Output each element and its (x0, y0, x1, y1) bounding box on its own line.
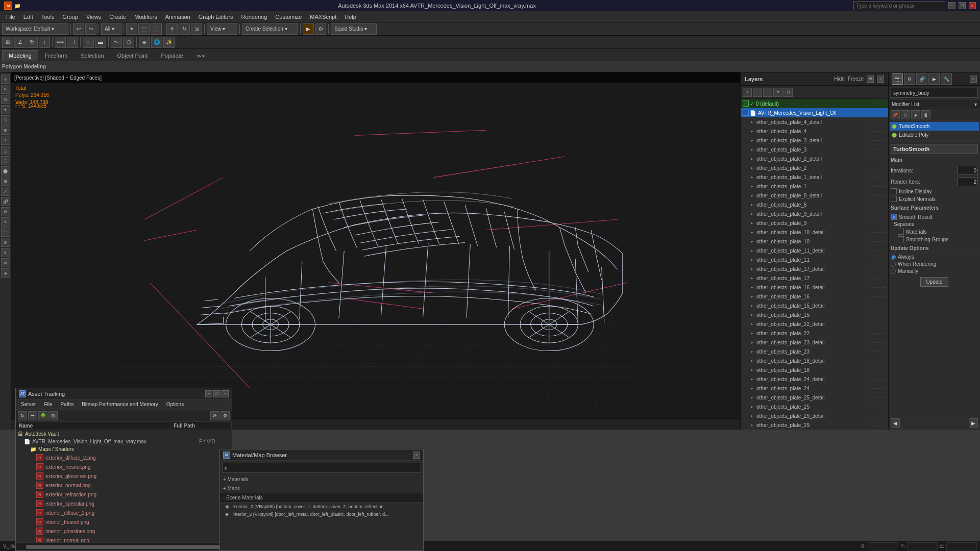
menu-item-help[interactable]: Help (340, 13, 360, 21)
list-item[interactable]: ▸ other_objects_plate_3_detail — — — (741, 136, 888, 145)
sidebar-icon-14[interactable]: ⚙ (1, 207, 10, 216)
sidebar-icon-2[interactable]: ↖ (1, 85, 10, 94)
sidebar-icon-7[interactable]: ⌖ (1, 136, 10, 145)
list-item[interactable]: ▸ other_objects_plate_10_detail — — — (741, 228, 888, 237)
sidebar-icon-16[interactable]: ⬚ (1, 228, 10, 237)
list-item[interactable]: ▸ other_objects_plate_23 — — — (741, 347, 888, 356)
asset-row-img7[interactable]: R interior_diffuse_2.png (16, 508, 232, 517)
modifier-turbosmooth[interactable]: TurboSmooth (890, 122, 979, 131)
menu-item-group[interactable]: Group (58, 13, 82, 21)
workspace-dropdown[interactable]: Workspace: Default ▾ (2, 23, 68, 35)
modifier-editable-poly[interactable]: Editable Poly (890, 131, 979, 139)
tab-freeform[interactable]: Freeform (38, 50, 75, 61)
sidebar-icon-11[interactable]: ⊞ (1, 177, 10, 186)
asset-tree-view-btn[interactable]: 🌳 (38, 411, 47, 420)
manually-radio[interactable] (891, 269, 896, 274)
list-item[interactable]: ▸ other_objects_plate_1 — — — (741, 182, 888, 191)
asset-minimize-btn[interactable]: − (205, 390, 212, 397)
curve-editor-btn[interactable]: 〜 (111, 37, 122, 48)
asset-row-img4[interactable]: R exterior_normal.png (16, 481, 232, 490)
list-item[interactable]: ▸ other_objects_plate_16 — — — (741, 292, 888, 301)
select-filter[interactable]: All ▾ (101, 23, 121, 35)
sidebar-icon-17[interactable]: ⊛ (1, 238, 10, 247)
list-item[interactable]: ▸ other_objects_plate_22_detail — — — (741, 319, 888, 329)
snap-toggle[interactable]: ⊞ (2, 37, 13, 48)
tab-extras[interactable]: ≫ ▾ (190, 51, 212, 61)
nav-prev-btn[interactable]: ◀ (891, 418, 900, 428)
modifier-visible-bulb[interactable] (892, 124, 897, 129)
list-item[interactable]: ▸ other_objects_plate_15 — — — (741, 310, 888, 319)
select-obj-btn[interactable]: ✦ (126, 23, 137, 35)
redo-btn[interactable]: ↪ (85, 23, 96, 35)
list-item[interactable]: ▸ other_objects_plate_9_detail — — — (741, 209, 888, 218)
update-btn[interactable]: Update (920, 277, 948, 287)
mod-tab-motion[interactable]: ▶ (928, 73, 940, 85)
sidebar-icon-1[interactable]: ⊹ (1, 74, 10, 84)
menu-item-views[interactable]: Views (82, 13, 105, 21)
asset-scrollbar[interactable] (16, 542, 232, 550)
asset-tracking-title-bar[interactable]: AT Asset Tracking − □ × (16, 388, 232, 399)
tab-object-paint[interactable]: Object Paint (111, 50, 155, 61)
material-browser-title-bar[interactable]: M Material/Map Browser × (220, 449, 423, 461)
list-item[interactable]: ▸ other_objects_plate_2_detail — — — (741, 154, 888, 163)
list-item[interactable]: ▸ other_objects_plate_24 — — — (741, 384, 888, 393)
asset-menu-paths[interactable]: Paths (58, 401, 77, 408)
materials-checkbox[interactable] (898, 229, 904, 235)
list-item[interactable]: ▸ other_objects_plate_17_detail — — — (741, 264, 888, 273)
menu-item-rendering[interactable]: Rendering (237, 13, 272, 21)
sidebar-icon-5[interactable]: ▽ (1, 115, 10, 124)
layer-manager-btn[interactable]: ≡ (83, 37, 94, 48)
tab-populate[interactable]: Populate (154, 50, 189, 61)
list-item[interactable]: ▸ other_objects_plate_8 — — — (741, 200, 888, 209)
menu-item-modifiers[interactable]: Modifiers (130, 13, 161, 21)
list-item[interactable]: ▸ other_objects_plate_23_detail — — — (741, 338, 888, 347)
asset-icon-view-btn[interactable]: ⊞ (48, 411, 58, 420)
layers-settings-btn[interactable]: ⚙ (867, 76, 874, 83)
mod-tab-utility[interactable]: 🔧 (941, 73, 952, 85)
asset-row-maps[interactable]: 📁 Maps / Shaders (16, 445, 232, 453)
asset-row-img10[interactable]: R interior_normal.png (16, 536, 232, 542)
menu-item-graph-editors[interactable]: Graph Editors (194, 13, 237, 21)
menu-item-maxscript[interactable]: MAXScript (306, 13, 340, 21)
scale-btn[interactable]: ⇲ (191, 23, 202, 35)
modifier-visible-bulb-2[interactable] (892, 133, 897, 138)
asset-row-img8[interactable]: R interior_fresnel.png (16, 517, 232, 527)
search-box[interactable] (853, 1, 945, 10)
list-item[interactable]: ▸ other_objects_plate_4_detail — — — (741, 117, 888, 127)
mod-tab-display[interactable]: 📷 (892, 73, 903, 85)
asset-menu-server[interactable]: Server (18, 401, 39, 408)
asset-menu-options[interactable]: Options (163, 401, 187, 408)
list-item[interactable]: ▸ other_objects_plate_18_detail — — — (741, 356, 888, 365)
mat-editor-btn[interactable]: ◈ (139, 37, 150, 48)
layer-item-default[interactable]: ✓ 0 (default) — — — (741, 99, 888, 108)
angle-snap-btn[interactable]: ∠ (14, 37, 26, 48)
object-name-field[interactable] (891, 88, 978, 98)
isoline-checkbox[interactable] (891, 188, 897, 194)
asset-refresh-btn[interactable]: ↻ (18, 411, 27, 420)
menu-item-edit[interactable]: Edit (19, 13, 37, 21)
material-search-input[interactable] (222, 463, 421, 473)
list-item[interactable]: ▸ other_objects_plate_25_detail — — — (741, 393, 888, 402)
mirror-btn[interactable]: ⟺ (55, 37, 66, 48)
list-item[interactable]: ▸ other_objects_plate_11 — — — (741, 255, 888, 264)
list-item[interactable]: ▸ other_objects_plate_24_detail — — — (741, 374, 888, 384)
render-btn[interactable]: ▶ (303, 23, 314, 35)
window-crossing-btn[interactable]: ⬛ (151, 23, 162, 35)
percent-snap-btn[interactable]: % (27, 37, 38, 48)
list-item[interactable]: ▸ other_objects_plate_11_detail — — — (741, 246, 888, 255)
list-item[interactable]: ▸ other_objects_plate_1_detail — — — (741, 172, 888, 182)
create-selection-dropdown[interactable]: Create Selection ▾ (242, 23, 298, 35)
smoothing-groups-checkbox[interactable] (898, 236, 904, 242)
list-item[interactable]: ▸ other_objects_plate_4 — — — (741, 127, 888, 136)
explicit-normals-checkbox[interactable] (891, 196, 897, 202)
layer-delete-btn[interactable]: − (753, 88, 762, 97)
list-item[interactable]: ▸ other_objects_plate_25 — — — (741, 402, 888, 411)
list-item[interactable]: ▸ other_objects_plate_29_detail — — — (741, 411, 888, 420)
nav-next-btn[interactable]: ▶ (969, 418, 978, 428)
asset-reload-btn[interactable]: ⟳ (210, 411, 219, 420)
asset-row-img9[interactable]: R interior_glossines.png (16, 527, 232, 536)
render-settings-btn[interactable]: ⚙ (315, 23, 326, 35)
asset-row-img5[interactable]: R exterior_refraction.png (16, 490, 232, 499)
menu-item-file[interactable]: File (2, 13, 19, 21)
sidebar-icon-12[interactable]: ⤢ (1, 187, 10, 196)
